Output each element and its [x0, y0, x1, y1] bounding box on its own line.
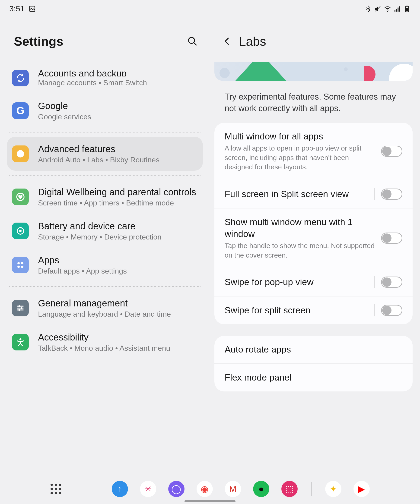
settings-item-general-management[interactable]: General management Language and keyboard…: [7, 291, 203, 325]
home-indicator[interactable]: [184, 500, 236, 502]
row-title: Multi window for all apps: [225, 131, 377, 143]
labs-row-swipe-for-pop-up-view[interactable]: Swipe for pop-up view: [214, 268, 413, 296]
browser-app[interactable]: ◯: [168, 481, 184, 497]
item-title: Accessibility: [38, 331, 198, 343]
upload-app[interactable]: ↑: [112, 481, 128, 497]
bluetooth-icon: [364, 5, 372, 12]
item-subtitle: Google services: [38, 113, 198, 121]
labs-intro-text: Try experimental features. Some features…: [214, 91, 413, 123]
svg-point-18: [17, 265, 20, 268]
svg-line-11: [194, 43, 196, 45]
spotify-app[interactable]: ●: [253, 481, 269, 497]
toggle-switch[interactable]: [381, 233, 402, 244]
signal-icon: [394, 5, 401, 12]
search-button[interactable]: [187, 36, 198, 47]
item-subtitle: Android Auto • Labs • Bixby Routines: [38, 156, 198, 164]
labs-row-swipe-for-split-screen[interactable]: Swipe for split screen: [214, 296, 413, 324]
item-title: Digital Wellbeing and parental controls: [38, 186, 198, 198]
vertical-divider: [374, 188, 375, 200]
back-button[interactable]: [221, 36, 233, 47]
gmail-app[interactable]: M: [225, 481, 241, 497]
youtube-app[interactable]: ▶: [353, 481, 370, 497]
section-divider: [9, 132, 201, 132]
item-title: Advanced features: [38, 143, 198, 155]
svg-point-17: [21, 262, 23, 264]
vertical-divider: [374, 276, 375, 288]
labs-link-group: Auto rotate apps Flex mode panel: [214, 336, 413, 391]
chevron-left-icon: [223, 36, 232, 46]
svg-point-15: [19, 229, 22, 232]
svg-point-24: [21, 307, 22, 309]
svg-point-16: [17, 262, 20, 264]
toggle-switch[interactable]: [381, 305, 402, 316]
item-subtitle: Storage • Memory • Device protection: [38, 233, 198, 241]
svg-point-19: [21, 265, 23, 268]
row-title: Flex mode panel: [225, 372, 398, 384]
item-title: General management: [38, 297, 198, 309]
battery-icon: [403, 5, 411, 12]
labs-row-flex-mode-panel[interactable]: Flex mode panel: [214, 363, 413, 391]
settings-item-accessibility[interactable]: Accessibility TalkBack • Mono audio • As…: [7, 325, 203, 359]
settings-item-advanced-features[interactable]: Advanced features Android Auto • Labs • …: [7, 137, 203, 171]
item-subtitle: Default apps • App settings: [38, 267, 198, 275]
labs-detail-pane: Labs Try experimental features. Some fea…: [210, 16, 420, 478]
gear-plus-icon: [12, 145, 29, 162]
labs-row-full-screen-in-split-screen-view[interactable]: Full screen in Split screen view: [214, 180, 413, 208]
settings-list-pane: Settings Accounts and backup Manage acco…: [0, 16, 210, 478]
pocketcasts-app[interactable]: ◉: [197, 481, 213, 497]
section-divider: [9, 286, 201, 287]
mute-icon: [374, 5, 382, 12]
item-subtitle: Screen time • App timers • Bedtime mode: [38, 199, 198, 207]
app-drawer-button[interactable]: [50, 484, 61, 494]
section-divider: [9, 175, 201, 176]
svg-rect-3: [395, 10, 396, 12]
status-time: 3:51: [9, 4, 24, 13]
toggle-switch[interactable]: [381, 276, 402, 288]
svg-point-23: [18, 305, 20, 307]
item-title: Apps: [38, 254, 198, 266]
row-desc: Allow all apps to open in pop-up view or…: [225, 144, 377, 172]
item-title: Accounts and backup: [38, 68, 198, 76]
labs-title: Labs: [239, 34, 266, 48]
row-title: Swipe for pop-up view: [225, 276, 370, 288]
settings-item-apps[interactable]: Apps Default apps • App settings: [7, 248, 203, 282]
device-care-icon: [12, 222, 29, 239]
labs-banner: [214, 62, 413, 81]
settings-item-digital-wellbeing-and-parental-controls[interactable]: Digital Wellbeing and parental controls …: [7, 180, 203, 214]
search-icon: [187, 36, 197, 46]
photos-app[interactable]: ✦: [325, 481, 341, 497]
settings-title: Settings: [14, 34, 63, 48]
row-title: Auto rotate apps: [225, 344, 398, 355]
svg-rect-6: [399, 6, 400, 12]
toggle-switch[interactable]: [381, 146, 402, 157]
row-desc: Tap the handle to show the menu. Not sup…: [225, 241, 377, 260]
instagram-app[interactable]: ⬚: [281, 481, 298, 497]
settings-item-accounts-and-backup[interactable]: Accounts and backup Manage accounts • Sm…: [7, 62, 203, 94]
slack-app[interactable]: ✳: [140, 481, 156, 497]
screenshot-indicator-icon: [29, 5, 36, 12]
svg-point-26: [19, 338, 22, 340]
settings-item-battery-and-device-care[interactable]: Battery and device care Storage • Memory…: [7, 214, 203, 248]
wellbeing-icon: [12, 189, 29, 205]
accessibility-icon: [12, 334, 29, 350]
svg-rect-9: [406, 8, 408, 11]
toggle-switch[interactable]: [381, 189, 402, 200]
labs-row-show-multi-window-menu-with-window[interactable]: Show multi window menu with 1 window Tap…: [214, 208, 413, 268]
item-title: Google: [38, 100, 198, 112]
svg-point-2: [387, 11, 388, 12]
labs-row-auto-rotate-apps[interactable]: Auto rotate apps: [214, 336, 413, 363]
wifi-icon: [384, 5, 391, 12]
item-subtitle: TalkBack • Mono audio • Assistant menu: [38, 344, 198, 353]
row-title: Show multi window menu with 1 window: [225, 216, 377, 240]
sliders-icon: [12, 300, 29, 316]
svg-rect-8: [406, 6, 408, 6]
row-title: Swipe for split screen: [225, 305, 370, 316]
item-subtitle: Manage accounts • Smart Switch: [38, 78, 198, 87]
labs-row-multi-window-for-all-apps[interactable]: Multi window for all apps Allow all apps…: [214, 123, 413, 180]
taskbar-divider: [311, 482, 312, 496]
google-icon: G: [12, 102, 29, 119]
settings-item-google[interactable]: G Google Google services: [7, 94, 203, 128]
svg-point-25: [18, 309, 20, 311]
sync-icon: [12, 70, 29, 86]
apps-icon: [12, 257, 29, 273]
